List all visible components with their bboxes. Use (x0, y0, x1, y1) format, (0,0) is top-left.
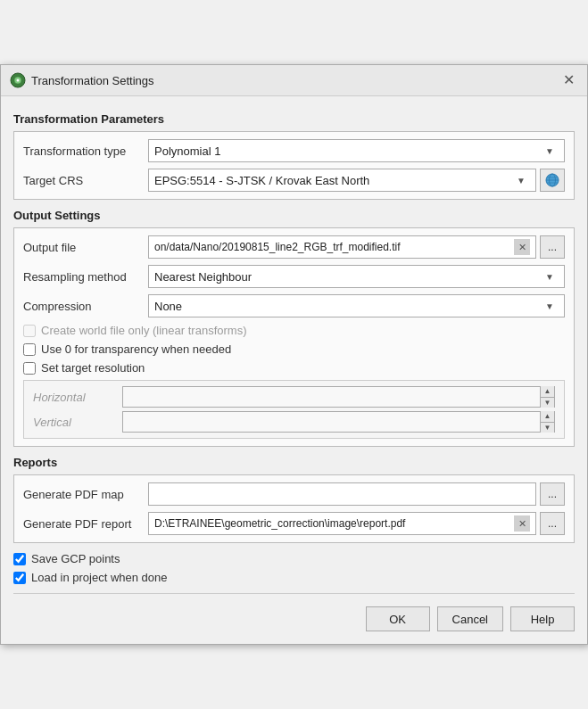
pdf-map-browse-button[interactable]: ... (540, 482, 565, 506)
separator (13, 593, 575, 594)
transformation-type-row: Transformation type Polynomial 1 ▼ (23, 139, 565, 162)
set-target-res-row: Set target resolution (23, 361, 565, 375)
pdf-report-row: Generate PDF report D:\ETRAINEE\geometri… (23, 512, 565, 535)
vertical-spinbox[interactable]: -1,00000 ▲ ▼ (122, 411, 555, 433)
svg-point-2 (17, 79, 20, 82)
reports-group: Generate PDF map ... Generate PDF report… (13, 474, 575, 543)
dialog-body: Transformation Parameters Transformation… (1, 96, 587, 644)
vertical-spinbox-arrows: ▲ ▼ (540, 411, 554, 433)
compression-row: Compression None ▼ (23, 294, 565, 317)
create-world-file-label: Create world file only (linear transform… (41, 324, 246, 337)
compression-value: None (154, 300, 541, 313)
crs-globe-button[interactable] (540, 169, 565, 192)
set-target-res-label: Set target resolution (41, 361, 145, 375)
pdf-report-input[interactable]: D:\ETRAINEE\geometric_correction\image\r… (148, 512, 536, 535)
reports-label: Reports (13, 456, 575, 469)
dialog-title: Transformation Settings (31, 74, 154, 87)
resampling-method-row: Resampling method Nearest Neighbour ▼ (23, 265, 565, 288)
resampling-arrow-icon: ▼ (541, 272, 559, 282)
load-project-row: Load in project when done (13, 571, 575, 584)
pdf-report-value: D:\ETRAINEE\geometric_correction\image\r… (154, 517, 514, 530)
target-crs-value: EPSG:5514 - S-JTSK / Krovak East North (154, 174, 512, 187)
output-file-browse-button[interactable]: ... (540, 235, 565, 259)
crs-input-row: EPSG:5514 - S-JTSK / Krovak East North ▼ (148, 169, 565, 192)
transformation-params-label: Transformation Parameters (13, 112, 575, 126)
output-file-value: on/data/Nano/20190815_line2_RGB_trf_modi… (154, 241, 514, 253)
create-world-file-row: Create world file only (linear transform… (23, 324, 565, 337)
output-settings-label: Output Settings (13, 209, 575, 222)
load-project-label: Load in project when done (31, 571, 168, 584)
horizontal-spin-up-button[interactable]: ▲ (541, 386, 554, 398)
cancel-button[interactable]: Cancel (437, 606, 503, 631)
transformation-type-label: Transformation type (23, 144, 148, 158)
transformation-type-value: Polynomial 1 (154, 144, 541, 158)
output-file-input-row: on/data/Nano/20190815_line2_RGB_trf_modi… (148, 235, 565, 259)
pdf-report-browse-button[interactable]: ... (540, 512, 565, 535)
load-project-checkbox[interactable] (13, 572, 26, 584)
horizontal-label: Horizontal (33, 391, 122, 404)
bottom-checkboxes: Save GCP points Load in project when don… (13, 552, 575, 584)
globe-icon (544, 172, 560, 188)
qgis-icon (10, 72, 26, 88)
resolution-section: Horizontal 1,00000 ▲ ▼ Vertical -1,00000 (23, 380, 565, 439)
output-file-row: Output file on/data/Nano/20190815_line2_… (23, 235, 565, 259)
ok-button[interactable]: OK (366, 606, 430, 631)
horizontal-input[interactable]: 1,00000 (123, 391, 540, 403)
resampling-method-value: Nearest Neighbour (154, 270, 541, 284)
pdf-map-input[interactable] (148, 482, 536, 506)
output-file-input[interactable]: on/data/Nano/20190815_line2_RGB_trf_modi… (148, 235, 536, 259)
title-bar-left: Transformation Settings (10, 72, 154, 88)
use0-transparency-label: Use 0 for transparency when needed (41, 342, 231, 356)
output-settings-group: Output file on/data/Nano/20190815_line2_… (13, 227, 575, 447)
output-file-label: Output file (23, 241, 148, 254)
horizontal-spinbox[interactable]: 1,00000 ▲ ▼ (122, 386, 555, 408)
save-gcp-checkbox[interactable] (13, 553, 26, 565)
transformation-type-arrow-icon: ▼ (541, 146, 559, 156)
compression-label: Compression (23, 300, 148, 313)
pdf-map-input-row: ... (148, 482, 565, 506)
save-gcp-row: Save GCP points (13, 552, 575, 565)
pdf-map-label: Generate PDF map (23, 488, 148, 501)
transformation-params-group: Transformation type Polynomial 1 ▼ Targe… (13, 131, 575, 200)
pdf-report-clear-button[interactable]: ✕ (514, 515, 530, 532)
output-file-clear-button[interactable]: ✕ (514, 239, 530, 255)
target-crs-label: Target CRS (23, 174, 148, 187)
resampling-method-label: Resampling method (23, 270, 148, 284)
horizontal-row: Horizontal 1,00000 ▲ ▼ (33, 386, 555, 408)
vertical-spin-up-button[interactable]: ▲ (541, 411, 554, 423)
compression-combo[interactable]: None ▼ (148, 294, 565, 317)
use0-transparency-checkbox[interactable] (23, 343, 36, 356)
horizontal-spin-down-button[interactable]: ▼ (541, 398, 554, 408)
use0-transparency-row: Use 0 for transparency when needed (23, 342, 565, 356)
pdf-report-label: Generate PDF report (23, 517, 148, 531)
create-world-file-checkbox[interactable] (23, 325, 36, 337)
compression-arrow-icon: ▼ (541, 301, 559, 311)
vertical-label: Vertical (33, 416, 122, 429)
pdf-map-row: Generate PDF map ... (23, 482, 565, 506)
transformation-settings-dialog: Transformation Settings ✕ Transformation… (0, 64, 588, 645)
target-crs-row: Target CRS EPSG:5514 - S-JTSK / Krovak E… (23, 169, 565, 192)
close-button[interactable]: ✕ (559, 73, 578, 87)
help-button[interactable]: Help (510, 606, 575, 631)
resampling-method-combo[interactable]: Nearest Neighbour ▼ (148, 265, 565, 288)
vertical-row: Vertical -1,00000 ▲ ▼ (33, 411, 555, 433)
set-target-res-checkbox[interactable] (23, 362, 36, 375)
pdf-report-input-row: D:\ETRAINEE\geometric_correction\image\r… (148, 512, 565, 535)
transformation-type-combo[interactable]: Polynomial 1 ▼ (148, 139, 565, 162)
target-crs-arrow-icon: ▼ (512, 176, 530, 185)
horizontal-spinbox-arrows: ▲ ▼ (540, 386, 554, 408)
save-gcp-label: Save GCP points (31, 552, 120, 565)
target-crs-combo[interactable]: EPSG:5514 - S-JTSK / Krovak East North ▼ (148, 169, 536, 192)
vertical-spin-down-button[interactable]: ▼ (541, 423, 554, 433)
button-row: OK Cancel Help (13, 601, 575, 635)
vertical-input[interactable]: -1,00000 (123, 416, 540, 428)
title-bar: Transformation Settings ✕ (1, 65, 587, 96)
